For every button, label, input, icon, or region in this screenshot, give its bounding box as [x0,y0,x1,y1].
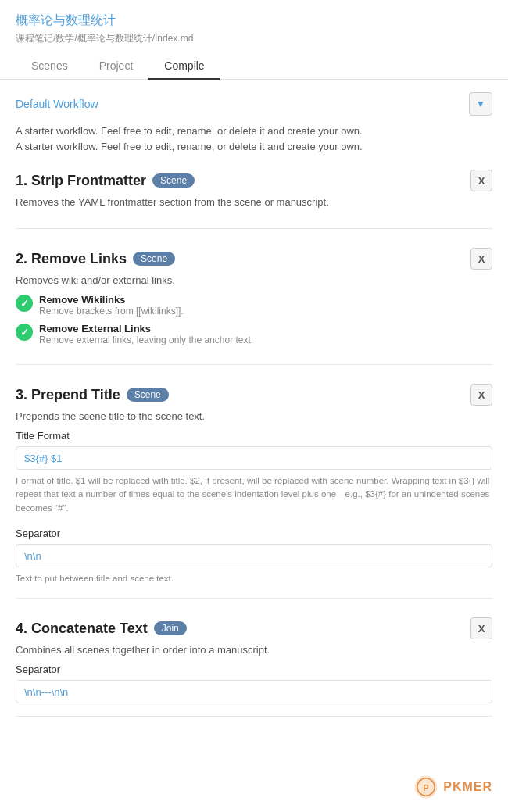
title-format-hint: Format of title. $1 will be replaced wit… [16,474,492,515]
step-2-title: 2. Remove Links [16,251,127,267]
separator-2-input-container[interactable]: \n\n---\n\n [16,680,492,703]
step-3-badge: Scene [127,388,169,402]
step-3-header: 3. Prepend Title Scene X [16,384,492,406]
separator-1-hint: Text to put between title and scene text… [16,572,492,585]
step-3-fields: Title Format $3{#} $1 Format of title. $… [16,430,492,585]
wikilinks-check-icon[interactable] [16,295,33,312]
top-section: 概率论与数理统计 课程笔记/数学/概率论与数理统计/Index.md Scene… [0,0,508,80]
wikilinks-content: Remove Wikilinks Remove brackets from [[… [39,294,184,317]
chevron-down-icon: ▼ [476,98,485,109]
wikilinks-label: Remove Wikilinks [39,294,184,306]
external-links-content: Remove External Links Remove external li… [39,323,253,345]
title-format-label: Title Format [16,430,492,442]
workflow-description: A starter workflow. Feel free to edit, r… [16,123,492,154]
step-2-title-row: 2. Remove Links Scene [16,251,175,267]
svg-text:P: P [423,783,429,792]
separator-2-value: \n\n---\n\n [24,686,68,698]
pkmer-watermark: P PKMER [413,774,492,799]
step-1-title: 1. Strip Frontmatter [16,173,146,189]
main-content: Default Workflow ▼ A starter workflow. F… [0,80,508,748]
step-1-remove-button[interactable]: X [470,170,492,191]
step-4-title-row: 4. Concatenate Text Join [16,621,187,637]
title-format-input-container[interactable]: $3{#} $1 [16,446,492,470]
external-links-sublabel: Remove external links, leaving only the … [39,334,253,345]
remove-external-links-item: Remove External Links Remove external li… [16,323,492,345]
step-1-card: 1. Strip Frontmatter Scene X Removes the… [16,170,492,229]
step-3-title: 3. Prepend Title [16,387,120,403]
step-3-card: 3. Prepend Title Scene X Prepends the sc… [16,384,492,599]
separator-1-input-container[interactable]: \n\n [16,544,492,567]
step-4-card: 4. Concatenate Text Join X Combines all … [16,617,492,717]
external-links-check-icon[interactable] [16,324,33,341]
workflow-dropdown-button[interactable]: ▼ [469,92,492,116]
separator-1-label: Separator [16,528,492,539]
step-2-card: 2. Remove Links Scene X Removes wiki and… [16,248,492,365]
title-format-value: $3{#} $1 [24,453,62,464]
step-3-title-row: 3. Prepend Title Scene [16,387,169,403]
step-1-header: 1. Strip Frontmatter Scene X [16,170,492,191]
pkmer-text: PKMER [443,780,492,794]
step-2-header: 2. Remove Links Scene X [16,248,492,270]
tab-bar: Scenes Project Compile [16,53,492,79]
remove-wikilinks-item: Remove Wikilinks Remove brackets from [[… [16,294,492,317]
separator-2-label: Separator [16,664,492,675]
tab-project[interactable]: Project [84,53,149,80]
step-4-fields: Separator \n\n---\n\n [16,664,492,703]
step-2-description: Removes wiki and/or external links. [16,274,492,286]
step-4-title: 4. Concatenate Text [16,621,148,637]
step-4-header: 4. Concatenate Text Join X [16,617,492,639]
step-4-badge: Join [154,621,187,635]
wikilinks-sublabel: Remove brackets from [[wikilinks]]. [39,306,184,317]
external-links-label: Remove External Links [39,323,253,334]
step-3-remove-button[interactable]: X [470,384,492,406]
step-1-description: Removes the YAML frontmatter section fro… [16,196,492,208]
workflow-header: Default Workflow ▼ [16,92,492,116]
step-2-remove-button[interactable]: X [470,248,492,270]
workflow-title: Default Workflow [16,98,98,110]
pkmer-logo-icon: P [413,774,438,799]
tab-scenes[interactable]: Scenes [16,53,84,80]
app-title: 概率论与数理统计 [16,13,492,29]
step-4-remove-button[interactable]: X [470,617,492,639]
step-4-description: Combines all scenes together in order in… [16,644,492,656]
separator-1-value: \n\n [24,550,41,562]
step-3-description: Prepends the scene title to the scene te… [16,410,492,422]
breadcrumb: 课程笔记/数学/概率论与数理统计/Index.md [16,32,492,45]
tab-compile[interactable]: Compile [148,53,220,80]
step-1-title-row: 1. Strip Frontmatter Scene [16,173,195,189]
step-2-badge: Scene [133,252,175,266]
step-1-badge: Scene [152,173,195,188]
